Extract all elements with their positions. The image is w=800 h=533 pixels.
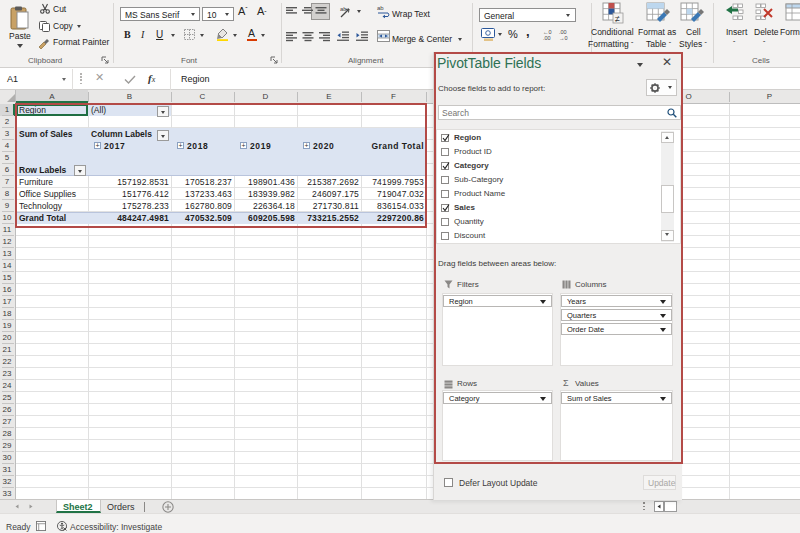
svg-text:→0: →0 bbox=[559, 35, 568, 41]
svg-text:≠: ≠ bbox=[615, 14, 620, 24]
svg-text:.00: .00 bbox=[543, 35, 551, 41]
svg-text:ab: ab bbox=[377, 5, 384, 11]
svg-text:ab: ab bbox=[340, 6, 347, 12]
